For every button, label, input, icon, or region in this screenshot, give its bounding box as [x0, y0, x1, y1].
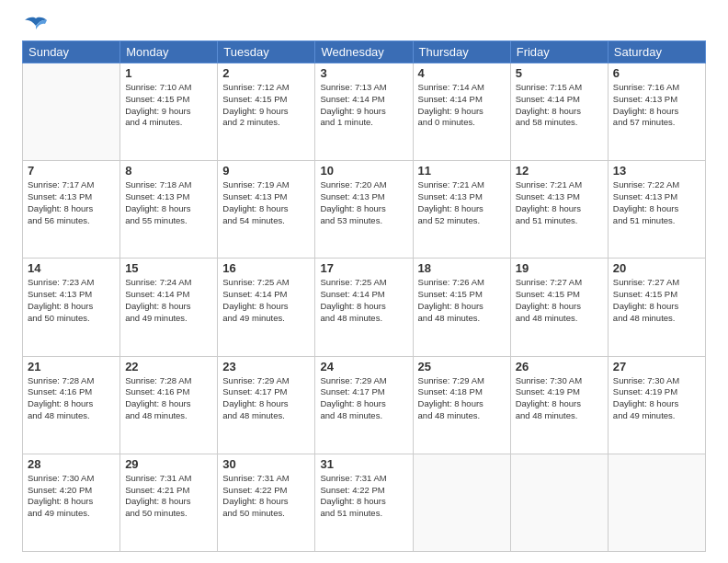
calendar-cell: 18Sunrise: 7:26 AMSunset: 4:15 PMDayligh… [413, 259, 510, 356]
sunrise-text: Sunrise: 7:14 AM [418, 82, 506, 94]
daylight-minutes-label: and 4 minutes. [125, 117, 212, 129]
day-number: 12 [516, 164, 603, 178]
calendar-cell: 22Sunrise: 7:28 AMSunset: 4:16 PMDayligh… [120, 356, 218, 454]
weekday-header-monday: Monday [120, 41, 218, 63]
day-number: 9 [222, 164, 310, 178]
daylight-hours-label: Daylight: 8 hours [28, 398, 115, 410]
calendar-cell: 12Sunrise: 7:21 AMSunset: 4:13 PMDayligh… [510, 161, 608, 259]
daylight-hours-label: Daylight: 8 hours [222, 398, 310, 410]
calendar-cell: 5Sunrise: 7:15 AMSunset: 4:14 PMDaylight… [510, 63, 608, 161]
sunrise-text: Sunrise: 7:13 AM [320, 82, 407, 94]
sunrise-text: Sunrise: 7:30 AM [613, 375, 700, 387]
daylight-minutes-label: and 48 minutes. [516, 410, 603, 422]
day-info: Sunrise: 7:27 AMSunset: 4:15 PMDaylight:… [516, 277, 603, 324]
sunset-text: Sunset: 4:14 PM [222, 289, 310, 301]
daylight-minutes-label: and 52 minutes. [418, 215, 506, 227]
sunrise-text: Sunrise: 7:27 AM [516, 277, 603, 289]
daylight-minutes-label: and 51 minutes. [516, 215, 603, 227]
calendar-cell: 20Sunrise: 7:27 AMSunset: 4:15 PMDayligh… [608, 259, 705, 356]
daylight-hours-label: Daylight: 8 hours [613, 203, 700, 215]
day-number: 25 [418, 360, 506, 373]
daylight-hours-label: Daylight: 8 hours [222, 301, 310, 313]
day-number: 31 [320, 457, 407, 471]
calendar-cell: 13Sunrise: 7:22 AMSunset: 4:13 PMDayligh… [608, 161, 705, 259]
sunrise-text: Sunrise: 7:12 AM [222, 82, 310, 94]
sunrise-text: Sunrise: 7:19 AM [222, 179, 310, 191]
day-number: 3 [320, 66, 407, 80]
logo [22, 17, 50, 33]
weekday-header-saturday: Saturday [608, 41, 705, 63]
day-info: Sunrise: 7:21 AMSunset: 4:13 PMDaylight:… [516, 179, 603, 226]
sunset-text: Sunset: 4:14 PM [320, 289, 407, 301]
calendar-cell: 29Sunrise: 7:31 AMSunset: 4:21 PMDayligh… [120, 454, 218, 551]
day-number: 18 [418, 261, 506, 275]
sunset-text: Sunset: 4:18 PM [418, 386, 506, 398]
sunset-text: Sunset: 4:17 PM [222, 386, 310, 398]
sunrise-text: Sunrise: 7:10 AM [125, 82, 212, 94]
sunrise-text: Sunrise: 7:28 AM [28, 375, 115, 387]
daylight-minutes-label: and 48 minutes. [320, 313, 407, 325]
calendar-cell: 30Sunrise: 7:31 AMSunset: 4:22 PMDayligh… [218, 454, 315, 551]
calendar-cell: 15Sunrise: 7:24 AMSunset: 4:14 PMDayligh… [120, 259, 218, 356]
calendar-cell: 14Sunrise: 7:23 AMSunset: 4:13 PMDayligh… [23, 259, 120, 356]
day-number: 7 [28, 164, 115, 178]
sunset-text: Sunset: 4:16 PM [125, 386, 212, 398]
daylight-hours-label: Daylight: 8 hours [28, 203, 115, 215]
daylight-minutes-label: and 51 minutes. [613, 215, 700, 227]
sunrise-text: Sunrise: 7:25 AM [320, 277, 407, 289]
day-info: Sunrise: 7:18 AMSunset: 4:13 PMDaylight:… [125, 179, 212, 226]
sunset-text: Sunset: 4:13 PM [613, 94, 700, 106]
sunset-text: Sunset: 4:14 PM [320, 94, 407, 106]
day-info: Sunrise: 7:15 AMSunset: 4:14 PMDaylight:… [516, 82, 603, 129]
daylight-minutes-label: and 48 minutes. [613, 313, 700, 325]
daylight-hours-label: Daylight: 8 hours [125, 203, 212, 215]
daylight-minutes-label: and 49 minutes. [28, 508, 115, 520]
day-info: Sunrise: 7:22 AMSunset: 4:13 PMDaylight:… [613, 179, 700, 226]
day-info: Sunrise: 7:29 AMSunset: 4:18 PMDaylight:… [418, 375, 506, 422]
calendar-cell: 23Sunrise: 7:29 AMSunset: 4:17 PMDayligh… [218, 356, 315, 454]
day-number: 11 [418, 164, 506, 178]
daylight-hours-label: Daylight: 8 hours [613, 398, 700, 410]
calendar-cell: 7Sunrise: 7:17 AMSunset: 4:13 PMDaylight… [23, 161, 120, 259]
calendar-cell: 16Sunrise: 7:25 AMSunset: 4:14 PMDayligh… [218, 259, 315, 356]
sunset-text: Sunset: 4:17 PM [320, 386, 407, 398]
daylight-minutes-label: and 57 minutes. [613, 117, 700, 129]
day-info: Sunrise: 7:20 AMSunset: 4:13 PMDaylight:… [320, 179, 407, 226]
daylight-hours-label: Daylight: 8 hours [516, 106, 603, 118]
sunrise-text: Sunrise: 7:26 AM [418, 277, 506, 289]
daylight-hours-label: Daylight: 8 hours [418, 301, 506, 313]
daylight-minutes-label: and 51 minutes. [320, 508, 407, 520]
day-info: Sunrise: 7:14 AMSunset: 4:14 PMDaylight:… [418, 82, 506, 129]
weekday-header-sunday: Sunday [23, 41, 120, 63]
daylight-minutes-label: and 54 minutes. [222, 215, 310, 227]
day-number: 19 [516, 261, 603, 275]
calendar-cell: 28Sunrise: 7:30 AMSunset: 4:20 PMDayligh… [23, 454, 120, 551]
daylight-hours-label: Daylight: 8 hours [516, 398, 603, 410]
weekday-header-tuesday: Tuesday [218, 41, 315, 63]
day-info: Sunrise: 7:31 AMSunset: 4:22 PMDaylight:… [320, 473, 407, 520]
day-info: Sunrise: 7:23 AMSunset: 4:13 PMDaylight:… [28, 277, 115, 324]
sunset-text: Sunset: 4:13 PM [516, 191, 603, 203]
day-number: 21 [28, 360, 115, 373]
calendar-cell: 27Sunrise: 7:30 AMSunset: 4:19 PMDayligh… [608, 356, 705, 454]
week-row-1: 7Sunrise: 7:17 AMSunset: 4:13 PMDaylight… [23, 161, 706, 259]
daylight-hours-label: Daylight: 8 hours [320, 301, 407, 313]
weekday-header-wednesday: Wednesday [315, 41, 413, 63]
daylight-hours-label: Daylight: 8 hours [125, 301, 212, 313]
sunrise-text: Sunrise: 7:16 AM [613, 82, 700, 94]
sunrise-text: Sunrise: 7:29 AM [222, 375, 310, 387]
day-number: 26 [516, 360, 603, 373]
week-row-0: 1Sunrise: 7:10 AMSunset: 4:15 PMDaylight… [23, 63, 706, 161]
day-number: 14 [28, 261, 115, 275]
daylight-minutes-label: and 0 minutes. [418, 117, 506, 129]
calendar-cell [413, 454, 510, 551]
day-number: 1 [125, 66, 212, 80]
daylight-hours-label: Daylight: 8 hours [222, 203, 310, 215]
day-number: 27 [613, 360, 700, 373]
daylight-hours-label: Daylight: 8 hours [28, 496, 115, 508]
day-info: Sunrise: 7:16 AMSunset: 4:13 PMDaylight:… [613, 82, 700, 129]
day-info: Sunrise: 7:21 AMSunset: 4:13 PMDaylight:… [418, 179, 506, 226]
day-info: Sunrise: 7:25 AMSunset: 4:14 PMDaylight:… [222, 277, 310, 324]
logo-bird-icon [23, 17, 49, 35]
sunrise-text: Sunrise: 7:29 AM [320, 375, 407, 387]
